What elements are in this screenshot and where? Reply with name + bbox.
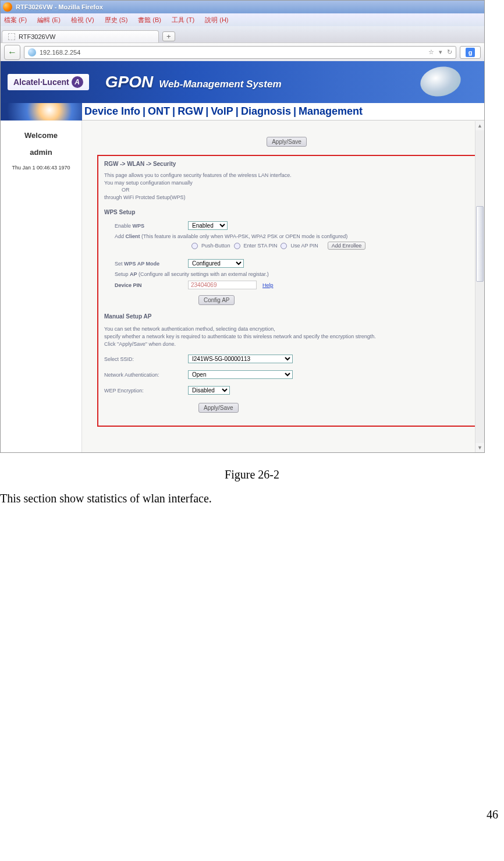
scroll-down-icon[interactable]: ▼ <box>475 443 484 452</box>
radio-ap-label: Use AP PIN <box>290 243 318 249</box>
window-title: RTF3026VW - Mozilla Firefox <box>16 3 103 10</box>
radio-sta-label: Enter STA PIN <box>244 243 278 249</box>
gpon-label: GPON <box>105 73 153 91</box>
wps-setup-title: WPS Setup <box>104 209 469 215</box>
tab-title: RTF3026VW <box>19 33 55 40</box>
nav-ont[interactable]: ONT <box>148 105 170 118</box>
nav-links: Device Info | ONT | RGW | VoIP | Diagnos… <box>82 103 484 121</box>
manual-desc-line: You can set the network authentication m… <box>104 325 469 333</box>
device-pin-label: Device PIN <box>104 282 188 288</box>
menu-edit[interactable]: 編輯 (E) <box>37 16 61 24</box>
highlighted-section: RGW -> WLAN -> Security This page allows… <box>97 155 476 427</box>
netauth-select[interactable]: Open <box>188 370 293 379</box>
banner-titles: GPON Web-Management System <box>105 73 282 91</box>
help-link[interactable]: Help <box>262 282 274 288</box>
figure-caption: Figure 26-2 <box>0 468 504 481</box>
main-panel: Apply/Save RGW -> WLAN -> Security This … <box>82 121 484 452</box>
config-ap-row: Config AP <box>104 295 469 305</box>
netauth-row: Network Authentication: Open <box>104 370 469 379</box>
alcatel-lucent-logo: Alcatel·Lucent A <box>8 74 89 90</box>
setup-ap-note: Setup AP (Configure all security setting… <box>104 271 469 277</box>
wps-ap-mode-label: Set WPS AP Mode <box>104 261 188 267</box>
apply-save-button-top[interactable]: Apply/Save <box>267 137 307 147</box>
nav-sep: | <box>236 105 239 118</box>
url-actions: ☆ ▾ ↻ <box>428 48 452 56</box>
wps-ap-mode-row: Set WPS AP Mode Configured <box>104 259 469 268</box>
scroll-track[interactable] <box>475 130 484 443</box>
search-box[interactable]: g <box>460 46 481 59</box>
body-text: This section show statistics of wlan int… <box>0 492 504 505</box>
back-button[interactable]: ← <box>4 45 20 60</box>
alu-badge-icon: A <box>72 76 83 88</box>
ssid-select[interactable]: I241WS-5G-00000113 <box>188 355 293 363</box>
welcome-label: Welcome <box>4 131 78 140</box>
wep-row: WEP Encryption: Disabled <box>104 386 469 395</box>
menu-history[interactable]: 歷史 (S) <box>105 16 128 24</box>
device-pin-input[interactable] <box>188 281 257 289</box>
user-label: admin <box>4 148 78 157</box>
netauth-label: Network Authentication: <box>104 372 188 378</box>
nav-sep: | <box>293 105 296 118</box>
menu-help[interactable]: 說明 (H) <box>205 16 228 24</box>
scroll-thumb[interactable] <box>476 206 484 282</box>
intro-text: This page allows you to configure securi… <box>104 172 469 201</box>
browser-menubar: 檔案 (F) 編輯 (E) 檢視 (V) 歷史 (S) 書籤 (B) 工具 (T… <box>1 13 484 26</box>
nav-management[interactable]: Management <box>299 105 363 118</box>
alu-text: Alcatel·Lucent <box>13 77 69 87</box>
firefox-icon <box>3 2 12 12</box>
menu-file[interactable]: 檔案 (F) <box>4 16 27 24</box>
ssid-row: Select SSID: I241WS-5G-00000113 <box>104 355 469 363</box>
wep-label: WEP Encryption: <box>104 388 188 394</box>
radio-push-button[interactable] <box>191 243 198 249</box>
device-pin-row: Device PIN Help <box>104 281 469 289</box>
content-row: Welcome admin Thu Jan 1 00:46:43 1970 Ap… <box>1 121 484 452</box>
menu-view[interactable]: 檢視 (V) <box>71 16 94 24</box>
intro-line: You may setup configuration manually <box>104 179 469 187</box>
enable-wps-select[interactable]: Enabled <box>188 221 228 230</box>
nav-diagnosis[interactable]: Diagnosis <box>241 105 291 118</box>
dropdown-caret-icon[interactable]: ▾ <box>439 48 442 56</box>
window-titlebar: RTF3026VW - Mozilla Firefox <box>1 1 484 13</box>
apply-save-button-bottom[interactable]: Apply/Save <box>198 403 239 413</box>
orb-graphic <box>418 63 464 100</box>
menu-tools[interactable]: 工具 (T) <box>172 16 194 24</box>
nav-sep: | <box>172 105 175 118</box>
breadcrumb: RGW -> WLAN -> Security <box>104 161 469 167</box>
wps-method-row: Push-Button Enter STA PIN Use AP PIN Add… <box>104 242 469 250</box>
manual-setup-title: Manual Setup AP <box>104 313 469 320</box>
intro-line: OR <box>104 186 469 194</box>
new-tab-button[interactable]: + <box>162 31 175 41</box>
menu-bookmarks[interactable]: 書籤 (B) <box>138 16 161 24</box>
browser-tab[interactable]: RTF3026VW <box>2 30 159 42</box>
nav-device-info[interactable]: Device Info <box>84 105 140 118</box>
manual-desc: You can set the network authentication m… <box>104 325 469 348</box>
scrollbar[interactable]: ▲ ▼ <box>475 121 484 452</box>
wps-ap-mode-select[interactable]: Configured <box>188 259 244 268</box>
top-apply-row: Apply/Save <box>97 137 476 147</box>
add-enrollee-button[interactable]: Add Enrollee <box>328 242 366 250</box>
url-bar[interactable]: 192.168.2.254 ☆ ▾ ↻ <box>24 46 456 59</box>
refresh-icon[interactable]: ↻ <box>447 48 452 56</box>
url-text: 192.168.2.254 <box>40 49 80 56</box>
nav-sep: | <box>143 105 145 118</box>
scroll-up-icon[interactable]: ▲ <box>475 121 484 130</box>
sidebar: Welcome admin Thu Jan 1 00:46:43 1970 <box>1 121 82 452</box>
nav-rgw[interactable]: RGW <box>178 105 203 118</box>
date-label: Thu Jan 1 00:46:43 1970 <box>4 165 78 171</box>
gpon-subtitle: Web-Management System <box>159 79 281 90</box>
radio-sta-pin[interactable] <box>234 243 240 249</box>
nav-sep: | <box>205 105 208 118</box>
radio-ap-pin[interactable] <box>281 243 287 249</box>
screenshot: RTF3026VW - Mozilla Firefox 檔案 (F) 編輯 (E… <box>0 0 485 453</box>
nav-voip[interactable]: VoIP <box>211 105 233 118</box>
swirl-graphic <box>1 103 82 121</box>
intro-line: through WiFi Protcted Setup(WPS) <box>104 194 469 201</box>
radio-push-label: Push-Button <box>201 243 230 249</box>
manual-desc-line: specify whether a network key is require… <box>104 333 469 341</box>
bottom-apply-row: Apply/Save <box>104 403 469 413</box>
browser-toolbar: ← 192.168.2.254 ☆ ▾ ↻ g <box>1 42 484 61</box>
intro-line: This page allows you to configure securi… <box>104 172 469 179</box>
wep-select[interactable]: Disabled <box>188 386 230 395</box>
config-ap-button[interactable]: Config AP <box>198 295 235 305</box>
star-icon[interactable]: ☆ <box>428 48 434 56</box>
